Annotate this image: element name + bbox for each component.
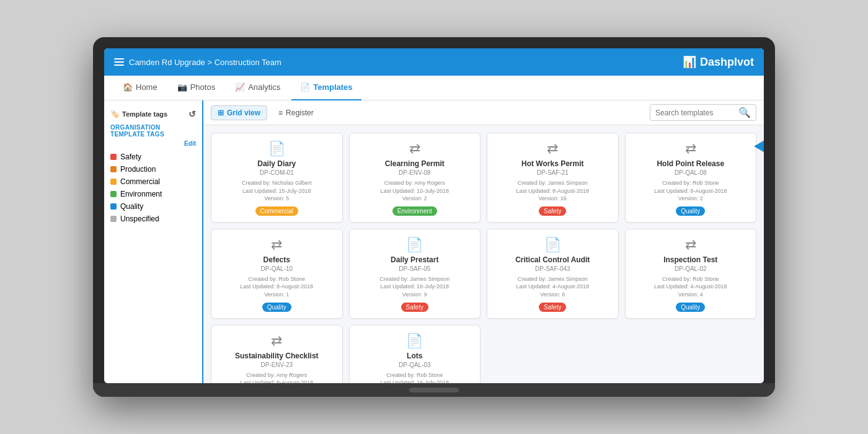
template-code: DP-QAL-10 bbox=[260, 265, 293, 272]
template-meta: Created by: James SimpsonLast Updated: 4… bbox=[516, 275, 589, 299]
template-tag-badge: Quality bbox=[676, 303, 705, 312]
template-card[interactable]: ⇄ Hold Point Release DP-QAL-08 Created b… bbox=[625, 133, 757, 223]
template-name: Critical Control Audit bbox=[515, 255, 590, 264]
template-name: Clearning Permit bbox=[385, 159, 445, 168]
brand-name: Dashplvot bbox=[700, 56, 754, 69]
template-card[interactable]: 📄 Critical Control Audit DP-SAF-043 Crea… bbox=[487, 229, 619, 319]
content-area: 🏷️ Template tags ↺ Organisation Template… bbox=[104, 100, 764, 383]
nav-item-templates[interactable]: 📄 Templates bbox=[291, 76, 361, 100]
template-code: DP-QAL-08 bbox=[675, 169, 707, 176]
sidebar-environment-label: Environment bbox=[120, 190, 162, 198]
breadcrumb: Camden Rd Upgrade > Construction Team bbox=[129, 58, 281, 67]
template-type-icon: ⇄ bbox=[271, 333, 282, 349]
template-code: DP-COM-01 bbox=[260, 169, 294, 176]
template-tag-badge: Quality bbox=[676, 206, 705, 216]
nav-templates-label: Templates bbox=[313, 82, 352, 92]
sidebar-tag-safety[interactable]: Safety bbox=[104, 151, 202, 163]
template-card[interactable]: 📄 Daily Diary DP-COM-01 Created by: Nich… bbox=[211, 133, 343, 223]
search-box[interactable]: 🔍 bbox=[650, 104, 756, 121]
brand-chart-icon: 📊 bbox=[683, 55, 696, 69]
template-tag-badge: Environment bbox=[392, 206, 437, 216]
sidebar-tag-environment[interactable]: Environment bbox=[104, 188, 202, 200]
sidebar-production-label: Production bbox=[120, 165, 156, 174]
template-card[interactable]: ⇄ Clearning Permit DP-ENV-08 Created by:… bbox=[349, 133, 481, 223]
template-code: DP-ENV-08 bbox=[399, 169, 431, 176]
template-name: Hold Point Release bbox=[657, 159, 724, 168]
nav-item-home[interactable]: 🏠 Home bbox=[114, 76, 166, 100]
template-name: Lots bbox=[407, 352, 422, 360]
sidebar-tag-unspecified[interactable]: Unspecified bbox=[104, 213, 202, 225]
nav-item-analytics[interactable]: 📈 Analytics bbox=[226, 76, 289, 100]
template-meta: Created by: James SimpsonLast Updated: 1… bbox=[379, 275, 450, 299]
sidebar-header: 🏷️ Template tags ↺ bbox=[104, 107, 202, 124]
template-name: Hot Works Permit bbox=[521, 159, 583, 168]
template-name: Inspection Test bbox=[663, 255, 717, 264]
search-input[interactable] bbox=[655, 108, 736, 117]
hamburger-menu[interactable] bbox=[114, 58, 124, 66]
template-meta: Created by: James SimpsonLast Updated: 8… bbox=[516, 179, 589, 203]
template-card[interactable]: ⇄ Hot Works Permit DP-SAF-21 Created by:… bbox=[487, 133, 619, 223]
template-tag-badge: Quality bbox=[262, 303, 291, 312]
sidebar-tag-quality[interactable]: Quality bbox=[104, 200, 202, 213]
template-tag-badge: Safety bbox=[401, 303, 428, 312]
template-code: DP-SAF-05 bbox=[399, 265, 430, 272]
production-dot bbox=[110, 166, 117, 172]
template-type-icon: ⇄ bbox=[409, 141, 420, 157]
template-meta: Created by: Nicholas GilbertLast Updated… bbox=[242, 179, 312, 203]
sidebar-commercial-label: Commercial bbox=[120, 177, 160, 186]
nav-item-photos[interactable]: 📷 Photos bbox=[169, 76, 224, 100]
template-tag-badge: Safety bbox=[539, 206, 566, 216]
photos-icon: 📷 bbox=[177, 82, 187, 92]
template-code: DP-SAF-043 bbox=[535, 265, 570, 272]
template-type-icon: 📄 bbox=[406, 237, 423, 253]
sidebar-edit-link[interactable]: Edit bbox=[184, 140, 196, 147]
sidebar-tag-production[interactable]: Production bbox=[104, 163, 202, 175]
template-code: DP-ENV-23 bbox=[260, 361, 293, 368]
analytics-icon: 📈 bbox=[235, 82, 245, 92]
template-code: DP-QAL-02 bbox=[675, 265, 707, 272]
search-icon: 🔍 bbox=[738, 107, 751, 118]
template-meta: Created by: Rob StoneLast Updated: 4-Aug… bbox=[654, 275, 727, 299]
topbar-left: Camden Rd Upgrade > Construction Team bbox=[114, 58, 281, 67]
grid-view-button[interactable]: ⊞ Grid view bbox=[211, 105, 267, 120]
template-name: Daily Diary bbox=[257, 159, 296, 168]
templates-grid: 📄 Daily Diary DP-COM-01 Created by: Nich… bbox=[203, 125, 764, 383]
template-meta: Created by: Amy RogersLast Updated: 8-Au… bbox=[240, 371, 313, 383]
sidebar-refresh-icon[interactable]: ↺ bbox=[188, 109, 196, 119]
template-name: Daily Prestart bbox=[391, 255, 438, 264]
template-meta: Created by: Amy RogersLast Updated: 10-J… bbox=[380, 179, 449, 203]
main-content: ⊞ Grid view ≡ Register 🔍 bbox=[203, 100, 764, 383]
template-code: DP-SAF-21 bbox=[537, 169, 569, 176]
templates-icon: 📄 bbox=[300, 82, 310, 92]
template-meta: Created by: Rob StoneLast Updated: 8-Aug… bbox=[654, 179, 727, 203]
template-type-icon: 📄 bbox=[406, 333, 423, 349]
sidebar: 🏷️ Template tags ↺ Organisation Template… bbox=[104, 100, 203, 383]
template-card[interactable]: 📄 Lots DP-QAL-03 Created by: Rob StoneLa… bbox=[349, 325, 481, 383]
sidebar-header-label: Template tags bbox=[122, 110, 167, 118]
template-card[interactable]: ⇄ Inspection Test DP-QAL-02 Created by: … bbox=[625, 229, 757, 319]
template-tag-badge: Safety bbox=[539, 303, 566, 312]
template-card[interactable]: 📄 Daily Prestart DP-SAF-05 Created by: J… bbox=[349, 229, 481, 319]
sidebar-quality-label: Quality bbox=[120, 202, 143, 211]
template-card[interactable]: ⇄ Sustainability Checklist DP-ENV-23 Cre… bbox=[211, 325, 343, 383]
template-code: DP-QAL-03 bbox=[399, 361, 431, 368]
register-button[interactable]: ≡ Register bbox=[272, 106, 320, 120]
template-name: Sustainability Checklist bbox=[235, 352, 319, 360]
quality-dot bbox=[110, 203, 117, 210]
template-type-icon: ⇄ bbox=[271, 237, 282, 253]
home-icon: 🏠 bbox=[123, 82, 133, 92]
sidebar-unspecified-label: Unspecified bbox=[120, 215, 159, 223]
app-topbar: Camden Rd Upgrade > Construction Team 📊 … bbox=[104, 48, 764, 76]
template-card[interactable]: ⇄ Defects DP-QAL-10 Created by: Rob Ston… bbox=[211, 229, 343, 319]
nav-bar: 🏠 Home 📷 Photos 📈 Analytics 📄 Templates bbox=[104, 76, 764, 100]
sidebar-safety-label: Safety bbox=[120, 153, 141, 161]
grid-icon: ⊞ bbox=[218, 108, 224, 117]
register-label: Register bbox=[286, 108, 314, 117]
template-meta: Created by: Rob StoneLast Updated: 16-Ju… bbox=[380, 371, 449, 383]
list-icon: ≡ bbox=[278, 108, 283, 117]
commercial-dot bbox=[110, 179, 117, 185]
sidebar-tag-commercial[interactable]: Commercial bbox=[104, 175, 202, 188]
laptop-frame: Camden Rd Upgrade > Construction Team 📊 … bbox=[93, 37, 775, 397]
nav-analytics-label: Analytics bbox=[248, 82, 280, 92]
arrow-pointer bbox=[754, 136, 764, 156]
